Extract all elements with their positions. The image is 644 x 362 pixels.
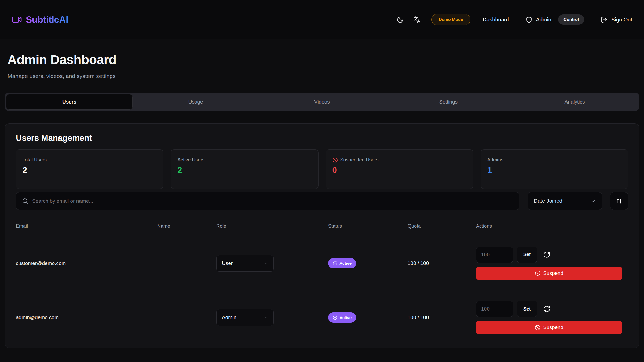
table-row: admin@demo.com Admin Active bbox=[16, 290, 628, 345]
circle-check-icon bbox=[333, 261, 337, 265]
refresh-icon bbox=[543, 251, 550, 258]
filter-row: Date Joined bbox=[16, 192, 628, 210]
col-header-name: Name bbox=[157, 223, 216, 229]
nav-link-dashboard[interactable]: Dashboard bbox=[483, 17, 509, 23]
role-value: Admin bbox=[222, 315, 236, 320]
role-select[interactable]: User bbox=[216, 255, 274, 272]
col-header-status: Status bbox=[328, 223, 408, 229]
sign-out-button[interactable]: Sign Out bbox=[601, 16, 632, 23]
stat-label: Suspended Users bbox=[340, 157, 379, 163]
suspend-user-button[interactable]: Suspend bbox=[476, 321, 622, 334]
stat-value-suspended: 0 bbox=[332, 165, 467, 175]
tab-settings[interactable]: Settings bbox=[385, 94, 511, 110]
table-header: Email Name Role Status Quota Actions bbox=[16, 223, 628, 236]
moon-icon bbox=[397, 16, 404, 23]
sort-by-select[interactable]: Date Joined bbox=[528, 192, 602, 210]
status-badge: Active bbox=[328, 312, 356, 323]
stat-admins: Admins 1 bbox=[481, 149, 628, 189]
row-actions: Set bbox=[476, 301, 628, 334]
user-email: admin@demo.com bbox=[16, 315, 157, 320]
suspend-label: Suspend bbox=[543, 270, 563, 276]
table-row: customer@demo.com User Acti bbox=[16, 236, 628, 290]
refresh-icon bbox=[543, 305, 550, 313]
arrow-up-down-icon bbox=[616, 198, 622, 204]
ban-icon bbox=[332, 157, 338, 163]
stat-label: Active Users bbox=[177, 157, 204, 163]
log-out-icon bbox=[601, 16, 608, 23]
suspend-label: Suspend bbox=[543, 324, 563, 330]
ban-icon bbox=[535, 270, 540, 276]
stat-value-total: 2 bbox=[23, 165, 157, 175]
sort-by-value: Date Joined bbox=[534, 198, 562, 204]
stat-total-users: Total Users 2 bbox=[16, 149, 163, 189]
control-badge: Control bbox=[558, 14, 584, 25]
ban-icon bbox=[535, 325, 540, 330]
quota-input[interactable] bbox=[476, 301, 513, 317]
language-button[interactable] bbox=[414, 16, 421, 23]
page-subtitle: Manage users, videos, and system setting… bbox=[8, 73, 632, 79]
sort-direction-button[interactable] bbox=[610, 192, 628, 210]
col-header-actions: Actions bbox=[476, 223, 628, 229]
role-select[interactable]: Admin bbox=[216, 309, 274, 326]
set-quota-button[interactable]: Set bbox=[517, 247, 537, 263]
search-box bbox=[16, 192, 519, 210]
users-table: Email Name Role Status Quota Actions cus… bbox=[16, 223, 628, 345]
search-input[interactable] bbox=[32, 198, 513, 204]
stat-value-admins: 1 bbox=[487, 165, 621, 175]
status-badge: Active bbox=[328, 258, 356, 268]
page-header: Admin Dashboard Manage users, videos, an… bbox=[0, 39, 644, 79]
status-label: Active bbox=[339, 261, 352, 265]
quota-value: 100 / 100 bbox=[408, 260, 476, 266]
page-title: Admin Dashboard bbox=[8, 52, 632, 67]
chevron-down-icon bbox=[591, 198, 596, 204]
shield-icon bbox=[526, 16, 532, 23]
chevron-down-icon bbox=[263, 261, 268, 266]
suspend-user-button[interactable]: Suspend bbox=[476, 267, 622, 280]
tab-users[interactable]: Users bbox=[6, 94, 133, 110]
user-email: customer@demo.com bbox=[16, 260, 157, 266]
circle-check-icon bbox=[333, 315, 337, 320]
theme-toggle-button[interactable] bbox=[397, 16, 404, 23]
stat-value-active: 2 bbox=[177, 165, 312, 175]
row-actions: Set bbox=[476, 247, 628, 280]
tab-usage[interactable]: Usage bbox=[133, 94, 259, 110]
stat-active-users: Active Users 2 bbox=[171, 149, 318, 189]
set-quota-button[interactable]: Set bbox=[517, 301, 537, 317]
demo-mode-badge: Demo Mode bbox=[431, 14, 470, 25]
refresh-quota-button[interactable] bbox=[543, 305, 550, 313]
tab-analytics[interactable]: Analytics bbox=[511, 94, 638, 110]
stat-suspended-users: Suspended Users 0 bbox=[326, 149, 473, 189]
video-icon bbox=[12, 14, 22, 25]
col-header-email: Email bbox=[16, 223, 157, 229]
quota-input[interactable] bbox=[476, 247, 513, 263]
col-header-role: Role bbox=[216, 223, 328, 229]
sign-out-label: Sign Out bbox=[611, 17, 632, 23]
nav-actions: Demo Mode Dashboard Admin Control Sign O… bbox=[397, 14, 632, 25]
admin-label: Admin bbox=[536, 17, 551, 23]
brand-logo[interactable]: SubtitleAI bbox=[12, 14, 68, 25]
tab-videos[interactable]: Videos bbox=[259, 94, 385, 110]
users-management-panel: Users Management Total Users 2 Active Us… bbox=[5, 123, 639, 348]
chevron-down-icon bbox=[263, 315, 268, 320]
status-label: Active bbox=[339, 315, 352, 320]
admin-role-group: Admin Control bbox=[526, 14, 584, 25]
role-value: User bbox=[222, 260, 233, 266]
stat-label: Admins bbox=[487, 157, 503, 163]
languages-icon bbox=[414, 16, 421, 23]
search-icon bbox=[22, 198, 28, 204]
tab-bar: Users Usage Videos Settings Analytics bbox=[5, 93, 639, 111]
brand-name: SubtitleAI bbox=[26, 14, 68, 25]
quota-value: 100 / 100 bbox=[408, 315, 476, 320]
stats-row: Total Users 2 Active Users 2 Suspended U… bbox=[16, 149, 628, 189]
top-nav: SubtitleAI Demo Mode Dashboard bbox=[0, 0, 644, 39]
refresh-quota-button[interactable] bbox=[543, 251, 550, 258]
stat-label: Total Users bbox=[23, 157, 47, 163]
col-header-quota: Quota bbox=[408, 223, 476, 229]
section-title: Users Management bbox=[16, 133, 628, 143]
